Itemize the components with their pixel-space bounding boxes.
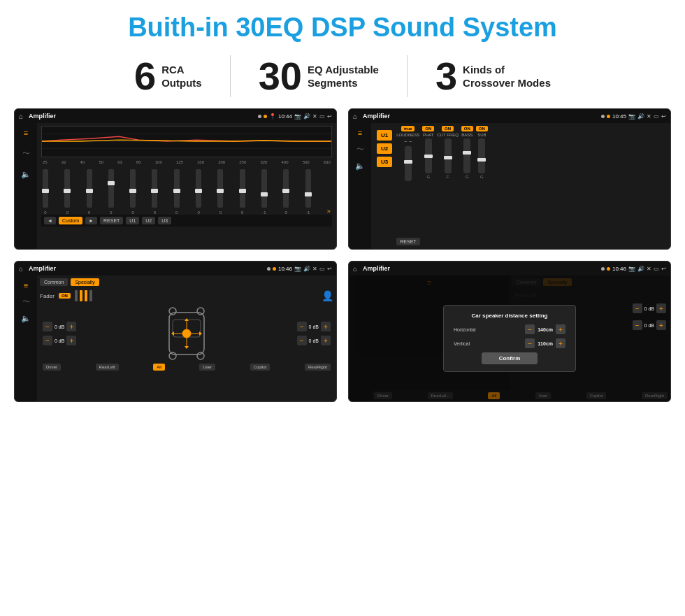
spk-rr-minus[interactable]: − [297,336,307,345]
location-icon: 📍 [269,113,276,120]
slider-63[interactable]: 0 [130,169,136,215]
vertical-plus[interactable]: + [556,338,565,348]
horizontal-value: 140cm [538,327,553,332]
eq-reset-btn[interactable]: RESET [100,217,123,224]
eq-u3-btn[interactable]: U3 [158,217,171,224]
amp-spk-icon[interactable]: 🔈 [355,162,365,171]
spk-fl-plus[interactable]: + [66,322,76,331]
btn-copilot[interactable]: Copilot [250,364,271,371]
btn-user[interactable]: User [199,364,215,371]
spk-fr-val: 0 dB [309,324,319,329]
stat-eq-text1: EQ Adjustable [308,63,379,77]
slider-80[interactable]: 0 [152,169,157,215]
loudness-on[interactable]: true [401,126,414,131]
phat-on[interactable]: ON [422,126,434,131]
svg-point-9 [197,308,204,315]
eq-u2-btn[interactable]: U2 [142,217,155,224]
amp-reset-btn[interactable]: RESET [396,238,419,245]
vertical-minus[interactable]: − [525,338,535,348]
loudness-slider[interactable] [405,146,412,181]
amp-wave-icon[interactable]: 〜 [356,144,364,155]
sub-on[interactable]: ON [476,126,488,131]
cutfreq-on[interactable]: ON [442,126,454,131]
rv-plus-2[interactable]: + [656,320,666,330]
amp-app-name: Amplifier [363,113,598,120]
volume-icon: 🔊 [303,113,310,120]
spk-rr-plus[interactable]: + [321,336,331,345]
spk-fl-minus[interactable]: − [43,322,52,331]
eq-u1-btn[interactable]: U1 [126,217,139,224]
horizontal-minus[interactable]: − [525,324,535,334]
stat-eq-number: 30 [259,57,302,96]
dialog-horizontal-row: Horizontal − 140cm + [454,324,565,334]
bass-on[interactable]: ON [461,126,473,131]
slider-250[interactable]: -1 [261,169,267,215]
amp-status-bar: ⌂ Amplifier 10:45 📷 🔊 ✕ ▭ ↩ [349,109,670,123]
slider-25[interactable]: 0 [43,169,48,215]
phat-slider[interactable] [425,138,432,173]
eq-next-btn[interactable]: ► [85,217,97,224]
rv-minus-2[interactable]: − [633,320,642,330]
preset-u1[interactable]: U1 [377,130,392,141]
cross-screen: ⌂ Amplifier 10:46 📷 🔊 ✕ ▭ ↩ ≡ 〜 🔈 Com [14,261,337,402]
svg-point-7 [197,352,204,359]
rv-minus-1[interactable]: − [633,303,642,313]
eq-icon[interactable]: ≡ [24,129,28,137]
slider-100[interactable]: 0 [174,169,180,215]
eq-status-icons: 📍 10:44 📷 🔊 ✕ ▭ ↩ [258,113,332,120]
wave-icon[interactable]: 〜 [22,148,30,159]
dialog-home-icon: ⌂ [353,265,357,273]
slider-125[interactable]: 0 [196,169,201,215]
amp-sidebar: ≡ 〜 🔈 [349,123,371,249]
tab-common[interactable]: Common [40,278,68,286]
btn-all[interactable]: All [153,364,165,371]
spk-fr-minus[interactable]: − [297,322,307,331]
cross-time: 10:46 [278,266,292,272]
amp-eq-icon[interactable]: ≡ [358,129,362,137]
spk-rl-minus[interactable]: − [43,336,52,345]
stat-cross-number: 3 [435,57,457,96]
slider-200[interactable]: 0 [240,169,245,215]
rv-plus-1[interactable]: + [656,303,666,313]
fader-on-badge[interactable]: ON [59,293,71,299]
eq-main-area: 25 32 40 50 63 80 100 125 160 200 250 32… [37,123,336,249]
screenshots-grid: ⌂ Amplifier 📍 10:44 📷 🔊 ✕ ▭ ↩ ≡ 〜 🔈 [0,106,685,409]
tab-specialty[interactable]: Specialty [71,278,99,286]
slider-40[interactable]: 0 [87,169,92,215]
btn-driver[interactable]: Driver [43,364,61,371]
eq-sliders: 0 0 0 5 0 0 0 0 0 0 -1 0 -1 » [41,166,332,215]
eq-frequencies: 25 32 40 50 63 80 100 125 160 200 250 32… [41,160,332,164]
camera-icon: 📷 [294,113,301,120]
speaker-icon[interactable]: 🔈 [21,170,31,179]
cross-home-icon: ⌂ [19,265,23,273]
fader-sliders [75,290,92,301]
stat-rca: 6 RCA Outputs [106,57,230,96]
cross-content: ≡ 〜 🔈 Common Specialty Fader ON [15,275,336,401]
slider-500[interactable]: » [327,206,331,215]
eq-screen: ⌂ Amplifier 📍 10:44 📷 🔊 ✕ ▭ ↩ ≡ 〜 🔈 [14,108,337,250]
cutfreq-slider[interactable] [445,138,452,173]
cross-spk-icon[interactable]: 🔈 [21,314,31,323]
bass-slider[interactable] [463,138,470,173]
horizontal-measure: − 140cm + [525,324,565,334]
cross-eq-icon[interactable]: ≡ [24,281,28,289]
eq-prev-btn[interactable]: ◄ [44,217,56,224]
slider-320[interactable]: 0 [283,169,289,215]
slider-50[interactable]: 5 [108,169,114,215]
eq-custom-btn[interactable]: Custom [59,217,82,224]
spk-fr-plus[interactable]: + [321,322,331,331]
slider-160[interactable]: 0 [217,169,223,215]
btn-rearright[interactable]: RearRight [305,364,331,371]
btn-rearleft[interactable]: RearLeft [96,364,119,371]
preset-u3[interactable]: U3 [377,157,392,167]
status-dot-1 [258,115,261,118]
cross-wave-icon[interactable]: 〜 [22,296,30,307]
slider-32[interactable]: 0 [64,169,70,215]
slider-400[interactable]: -1 [305,169,311,215]
horizontal-plus[interactable]: + [556,324,565,334]
dialog-right-values: − 0 dB + − 0 dB + [633,303,666,330]
sub-slider[interactable] [478,138,485,173]
confirm-button[interactable]: Confirm [482,352,538,364]
preset-u2[interactable]: U2 [377,143,392,154]
spk-rl-plus[interactable]: + [66,336,76,345]
